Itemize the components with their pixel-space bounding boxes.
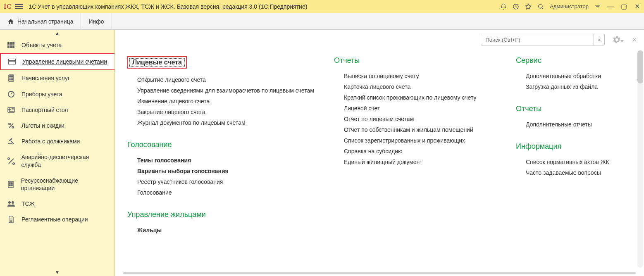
svg-rect-13 bbox=[8, 60, 16, 62]
link-item[interactable]: Жильцы bbox=[137, 225, 317, 236]
link-item[interactable]: Темы голосования bbox=[137, 155, 317, 166]
link-item[interactable]: Справка на субсидию bbox=[344, 146, 499, 157]
link-item[interactable]: Отчет по собственникам и жильцам помещен… bbox=[344, 124, 499, 135]
section-links: Жильцы bbox=[127, 225, 317, 236]
sidebar-items: Объекты учетаУправление лицевыми счетами… bbox=[0, 37, 114, 269]
sidebar-item[interactable]: Начисления услуг bbox=[0, 70, 114, 86]
sidebar-item-label: Объекты учета bbox=[21, 41, 62, 49]
svg-point-30 bbox=[9, 123, 10, 125]
section-title-accounts[interactable]: Лицевые счета bbox=[127, 56, 187, 69]
titlebar-actions: Администратор — ▢ ✕ bbox=[500, 2, 641, 10]
svg-point-18 bbox=[12, 78, 13, 79]
link-item[interactable]: Дополнительные обработки bbox=[526, 71, 632, 81]
link-item[interactable]: Открытие лицевого счета bbox=[137, 74, 317, 85]
svg-rect-32 bbox=[9, 138, 12, 141]
column-1: Лицевые счета Открытие лицевого счетаУпр… bbox=[127, 56, 317, 261]
search-icon[interactable] bbox=[537, 3, 544, 10]
tab-info[interactable]: Инфо bbox=[81, 13, 112, 29]
link-item[interactable]: Отчет по лицевым счетам bbox=[344, 114, 499, 124]
link-item[interactable]: Журнал документов по лицевым счетам bbox=[137, 117, 317, 128]
card-icon bbox=[7, 59, 17, 64]
sidebar-item[interactable]: Паспортный стол bbox=[0, 102, 114, 118]
link-item[interactable]: Список зарегистрированных и проживающих bbox=[344, 135, 499, 146]
link-item[interactable]: Краткий список проживающих по лицевому с… bbox=[344, 92, 499, 103]
svg-point-19 bbox=[10, 79, 10, 80]
tabs-bar: Начальная страница Инфо bbox=[0, 13, 644, 30]
sidebar-item[interactable]: ТСЖ bbox=[0, 196, 114, 212]
svg-line-34 bbox=[11, 141, 14, 144]
scrollbar-vertical[interactable] bbox=[637, 50, 643, 268]
gear-icon[interactable] bbox=[612, 35, 624, 44]
sidebar-item[interactable]: Регламентные операции bbox=[0, 212, 114, 227]
column-3: Сервис Дополнительные обработкиЗагрузка … bbox=[516, 56, 632, 261]
svg-rect-41 bbox=[11, 185, 12, 186]
bell-icon[interactable] bbox=[500, 3, 507, 10]
section-title-residents: Управление жильцами bbox=[127, 210, 317, 219]
link-item[interactable]: Карточка лицевого счета bbox=[344, 81, 499, 92]
search-clear-button[interactable]: × bbox=[594, 34, 604, 45]
content-body: Лицевые счета Открытие лицевого счетаУпр… bbox=[115, 48, 644, 269]
home-icon bbox=[7, 18, 14, 25]
user-name[interactable]: Администратор bbox=[550, 3, 589, 10]
section-title-reports: Отчеты bbox=[334, 56, 499, 65]
svg-rect-10 bbox=[10, 45, 12, 48]
sidebar-item[interactable]: Приборы учета bbox=[0, 86, 114, 102]
svg-rect-11 bbox=[12, 45, 14, 48]
section-links: Дополнительные отчеты bbox=[516, 119, 632, 130]
sidebar-scroll-up[interactable]: ▲ bbox=[0, 30, 114, 37]
sidebar-item-label: Аварийно-диспетчерская служба bbox=[21, 153, 108, 168]
sidebar-item[interactable]: Управление лицевыми счетами bbox=[0, 53, 114, 70]
sidebar-item-label: Начисления услуг bbox=[21, 74, 70, 82]
link-item[interactable]: Выписка по лицевому счету bbox=[344, 71, 499, 81]
sidebar-item-label: ТСЖ bbox=[21, 200, 35, 207]
link-item[interactable]: Список нормативных актов ЖК bbox=[526, 157, 632, 167]
sidebar-item[interactable]: Льготы и скидки bbox=[0, 118, 114, 133]
link-item[interactable]: Единый жилищный документ bbox=[344, 157, 499, 167]
link-item[interactable]: Варианты выбора голосования bbox=[137, 166, 317, 176]
sidebar-item-label: Управление лицевыми счетами bbox=[22, 58, 107, 65]
sidebar-item[interactable]: Аварийно-диспетчерская служба bbox=[0, 149, 114, 172]
svg-rect-7 bbox=[10, 42, 12, 45]
link-item[interactable]: Закрытие лицевого счета bbox=[137, 107, 317, 117]
section-info: Информация Список нормативных актов ЖКЧа… bbox=[516, 142, 632, 178]
svg-point-42 bbox=[8, 201, 11, 204]
sidebar-item[interactable]: Ресурсоснабжающие организации bbox=[0, 173, 114, 196]
star-icon[interactable] bbox=[525, 3, 532, 10]
section-title-service: Сервис bbox=[516, 56, 632, 65]
search-input[interactable] bbox=[481, 37, 594, 43]
link-item[interactable]: Реестр участников голосования bbox=[137, 176, 317, 187]
svg-rect-9 bbox=[7, 45, 10, 48]
settings-bars-icon[interactable] bbox=[594, 3, 601, 10]
scrollbar-thumb[interactable] bbox=[637, 50, 643, 83]
section-voting: Голосование Темы голосованияВарианты выб… bbox=[127, 140, 317, 198]
svg-point-43 bbox=[12, 201, 14, 204]
menu-icon[interactable] bbox=[15, 3, 23, 10]
section-title-reports2: Отчеты bbox=[516, 105, 632, 113]
section-links: Дополнительные обработкиЗагрузка данных … bbox=[516, 71, 632, 92]
link-item[interactable]: Лицевой счет bbox=[344, 103, 499, 114]
sidebar-item[interactable]: Объекты учета bbox=[0, 37, 114, 53]
section-service: Сервис Дополнительные обработкиЗагрузка … bbox=[516, 56, 632, 92]
document-icon bbox=[7, 216, 16, 223]
svg-point-16 bbox=[10, 78, 10, 79]
tab-home[interactable]: Начальная страница bbox=[0, 13, 81, 29]
link-item[interactable]: Голосование bbox=[137, 187, 317, 198]
link-item[interactable]: Дополнительные отчеты bbox=[526, 119, 632, 130]
link-item[interactable]: Изменение лицевого счета bbox=[137, 96, 317, 107]
svg-point-36 bbox=[13, 163, 14, 164]
scrollbar-horizontal[interactable] bbox=[123, 272, 636, 274]
people-icon bbox=[7, 201, 16, 207]
maximize-button[interactable]: ▢ bbox=[620, 2, 627, 10]
sidebar-scroll-down[interactable]: ▼ bbox=[0, 269, 114, 276]
link-item[interactable]: Загрузка данных из файла bbox=[526, 81, 632, 92]
minimize-button[interactable]: — bbox=[607, 3, 614, 10]
tools-icon bbox=[7, 157, 15, 165]
sidebar-item[interactable]: Работа с должниками bbox=[0, 133, 114, 149]
link-item[interactable]: Управление сведениями для взаиморасчетов… bbox=[137, 85, 317, 96]
history-icon[interactable] bbox=[513, 3, 519, 10]
svg-line-23 bbox=[11, 93, 12, 94]
close-panel-button[interactable]: × bbox=[632, 36, 637, 44]
svg-rect-33 bbox=[8, 143, 12, 144]
link-item[interactable]: Часто задаваемые вопросы bbox=[526, 167, 632, 178]
close-button[interactable]: ✕ bbox=[633, 2, 641, 10]
